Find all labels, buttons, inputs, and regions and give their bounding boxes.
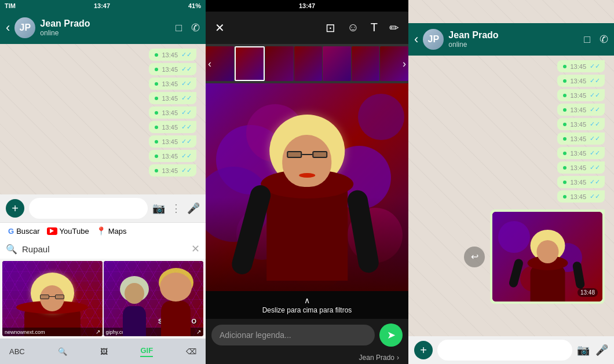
- pen-icon[interactable]: ✏: [389, 21, 399, 35]
- message-dot: [563, 181, 567, 184]
- phone-icon-left[interactable]: ✆: [191, 21, 200, 34]
- gif-overlay-1: newnownext.com ↗: [2, 328, 103, 336]
- message-dot: [563, 137, 567, 141]
- avatar-left: JP: [14, 17, 35, 38]
- bottom-area-left: + 📷 ⋮ 🎤 G Buscar YouTube: [0, 194, 206, 364]
- video-icon-right[interactable]: □: [584, 34, 590, 46]
- add-button-left[interactable]: +: [6, 199, 24, 218]
- message-dot: [563, 195, 567, 198]
- send-button[interactable]: ➤: [379, 323, 403, 347]
- msg-time: 13:45: [570, 121, 586, 128]
- bubble-dress: [530, 266, 565, 302]
- film-frame-3[interactable]: [265, 46, 294, 81]
- camera-icon-right[interactable]: 📷: [577, 344, 590, 356]
- msg-time: 13:45: [162, 124, 178, 131]
- kb-abc[interactable]: ABC: [9, 347, 25, 356]
- add-button-right[interactable]: +: [414, 341, 433, 359]
- msg-time: 13:45: [570, 135, 586, 142]
- back-button-left[interactable]: ‹: [6, 20, 10, 35]
- film-strip: ‹ ›: [206, 44, 408, 83]
- phone-icon-right[interactable]: ✆: [600, 33, 608, 46]
- caption-input[interactable]: Adicionar legenda...: [211, 325, 375, 345]
- gif-message-bubble: ↩: [490, 209, 605, 304]
- kb-gif[interactable]: GIF: [140, 346, 153, 357]
- message-dot: [155, 155, 158, 158]
- video-icon-left[interactable]: □: [176, 22, 182, 34]
- table-row: 13:45 ✓✓: [149, 106, 196, 119]
- film-nav-right-icon[interactable]: ›: [403, 58, 406, 70]
- message-dot: [563, 79, 567, 83]
- gif-editor-panel: 13:47 ✕ ⊡ ☺ T ✏ ‹ ›: [206, 0, 408, 364]
- suggestion-youtube[interactable]: YouTube: [47, 227, 89, 236]
- message-dot: [563, 65, 567, 68]
- search-input[interactable]: [22, 244, 187, 254]
- msg-checks: ✓✓: [590, 164, 600, 171]
- gif-item-1[interactable]: newnownext.com ↗: [2, 261, 103, 336]
- message-dot: [155, 53, 158, 57]
- glasses-left-lens: [287, 151, 302, 158]
- film-frame-5[interactable]: [323, 46, 351, 81]
- list-item: 13:45 ✓✓: [557, 176, 605, 188]
- right-input-icons: 📷 🎤: [577, 344, 608, 356]
- emoji-icon[interactable]: ☺: [347, 21, 359, 35]
- kb-delete[interactable]: ⌫: [186, 347, 196, 356]
- text-tool-icon[interactable]: T: [371, 21, 378, 35]
- editor-right-icons: ⊡ ☺ T ✏: [326, 21, 399, 35]
- kb-search[interactable]: 🔍: [58, 347, 67, 356]
- gif-bubble: 13:48: [490, 209, 605, 304]
- add-icon-right: +: [420, 344, 427, 357]
- recipient-label: Jean Prado ›: [206, 351, 408, 364]
- film-frame-4[interactable]: [294, 46, 323, 81]
- list-item: 13:45 ✓✓: [557, 60, 605, 72]
- recipient-chevron-icon: ›: [397, 354, 399, 362]
- msg-time: 13:45: [570, 193, 586, 200]
- glasses-right-lens: [312, 151, 327, 158]
- contact-name-right: Jean Prado: [448, 30, 579, 41]
- youtube-triangle-icon: [50, 229, 54, 233]
- back-button-right[interactable]: ‹: [414, 32, 418, 47]
- messages-list-left: 13:45 ✓✓ 13:45 ✓✓ 13:45 ✓✓ 13:45 ✓✓ 13:4…: [0, 44, 206, 181]
- header-icons-right: □ ✆: [584, 33, 608, 46]
- close-editor-button[interactable]: ✕: [215, 21, 225, 35]
- mic-icon-left[interactable]: 🎤: [187, 202, 200, 215]
- message-dot: [155, 126, 158, 129]
- msg-time: 13:45: [162, 66, 178, 73]
- avatar-placeholder-right: JP: [423, 29, 444, 50]
- search-clear-icon[interactable]: ✕: [191, 242, 200, 255]
- gif-source-1: newnownext.com: [5, 329, 45, 335]
- suggestion-maps[interactable]: 📍 Maps: [96, 226, 127, 236]
- chat-header-left: ‹ JP Jean Prado online □ ✆: [0, 12, 206, 44]
- film-frame-6[interactable]: [352, 46, 380, 81]
- film-frame-2[interactable]: [235, 46, 265, 81]
- crop-icon[interactable]: ⊡: [326, 21, 335, 35]
- right-text-input[interactable]: [437, 340, 572, 361]
- mic-icon-right[interactable]: 🎤: [595, 344, 608, 356]
- glasses-bridge: [302, 154, 312, 155]
- msg-checks: ✓✓: [181, 65, 192, 73]
- gif-external-icon-1: ↗: [96, 329, 100, 335]
- msg-checks: ✓✓: [181, 167, 192, 174]
- right-chat-panel: TIM 13:48 ▲ 41% ‹ JP Jean Prado online □…: [408, 0, 614, 364]
- table-row: 13:45 ✓✓: [149, 78, 196, 90]
- message-dot: [563, 94, 567, 97]
- text-input-left[interactable]: [29, 198, 148, 219]
- table-row: 13:45 ✓✓: [149, 150, 196, 162]
- suggestion-youtube-label: YouTube: [60, 227, 89, 236]
- film-frames: [206, 46, 408, 81]
- film-nav-left-icon[interactable]: ‹: [208, 58, 211, 70]
- gif-preview-area: [206, 83, 408, 291]
- msg-time: 13:45: [162, 109, 178, 116]
- forward-button[interactable]: ↩: [464, 247, 485, 267]
- keyboard-row: ABC 🔍 🖼 GIF ⌫: [0, 339, 206, 364]
- suggestion-google[interactable]: G Buscar: [8, 227, 40, 236]
- more-icon-left[interactable]: ⋮: [171, 202, 181, 215]
- list-item: 13:45 ✓✓: [557, 118, 605, 130]
- performer-glasses: [287, 151, 327, 159]
- scroll-hint-text: Deslize para cima para filtros: [262, 306, 352, 314]
- msg-time: 13:45: [162, 95, 178, 102]
- gif-bubble-image: 13:48: [492, 212, 602, 302]
- bubble-glove-right: [572, 261, 586, 289]
- camera-icon-left[interactable]: 📷: [152, 202, 165, 215]
- kb-image[interactable]: 🖼: [100, 347, 108, 356]
- gif-item-2[interactable]: SILÊNCIO giphy.com ↗: [104, 261, 204, 336]
